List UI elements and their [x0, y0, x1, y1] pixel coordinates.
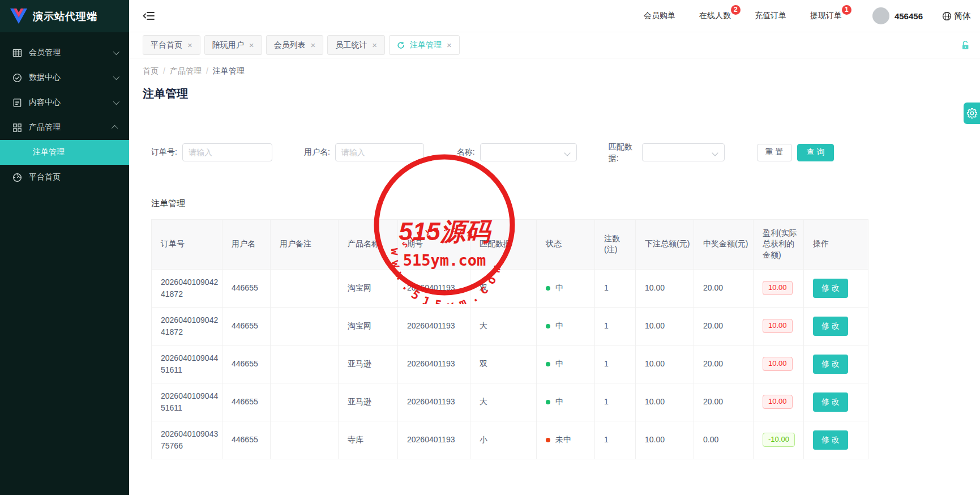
close-icon[interactable]: × — [187, 41, 192, 49]
tab-order-manage[interactable]: 注单管理× — [389, 35, 460, 55]
profit-badge: 10.00 — [763, 357, 793, 371]
cell-bet-total: 10.00 — [636, 383, 694, 421]
modify-button[interactable]: 修 改 — [813, 317, 848, 336]
cell-period: 20260401193 — [398, 307, 470, 345]
topbar-link-member-orders[interactable]: 会员购单 — [644, 11, 675, 21]
sidebar-item-data-center[interactable]: 数据中心 — [0, 65, 129, 90]
refresh-icon[interactable] — [397, 41, 405, 49]
avatar[interactable] — [872, 7, 889, 24]
sidebar-item-label: 注单管理 — [33, 147, 65, 157]
cell-win-amount: 0.00 — [694, 421, 754, 459]
status-dot-icon — [546, 438, 550, 442]
platform-dashboard-icon — [12, 173, 22, 182]
breadcrumb-item[interactable]: 产品管理 — [170, 66, 202, 75]
tab-member-list[interactable]: 会员列表× — [266, 35, 324, 55]
breadcrumb-separator: / — [206, 66, 208, 75]
cell-product: 亚马逊 — [339, 383, 398, 421]
close-icon[interactable]: × — [372, 41, 377, 49]
cell-status: 中 — [537, 269, 595, 307]
cell-win-amount: 20.00 — [694, 269, 754, 307]
cell-remark — [271, 421, 339, 459]
notification-badge: 1 — [842, 5, 851, 15]
profit-badge: 10.00 — [763, 319, 793, 333]
column-header: 下注总额(元) — [636, 219, 694, 269]
breadcrumb-separator: / — [163, 66, 165, 75]
topbar-right: 会员购单在线人数2充值订单提现订单1 456456 简体 — [644, 7, 971, 24]
tab-platform-home[interactable]: 平台首页× — [143, 35, 200, 55]
cell-order-no: 202604010904241872 — [152, 307, 222, 345]
sidebar-item-order-manage[interactable]: 注单管理 — [0, 140, 129, 165]
sidebar-item-content-center[interactable]: 内容中心 — [0, 90, 129, 115]
topbar-link-online-users[interactable]: 在线人数2 — [699, 11, 731, 21]
collapse-sidebar-icon[interactable] — [143, 10, 155, 22]
sidebar: 演示站代理端 会员管理数据中心内容中心产品管理注单管理平台首页 — [0, 0, 129, 495]
language-label: 简体 — [954, 11, 971, 22]
column-header: 注数(注) — [595, 219, 636, 269]
breadcrumb: 首页/产品管理/注单管理 — [143, 66, 980, 76]
status-text: 中 — [555, 321, 563, 330]
name-select[interactable] — [480, 143, 577, 161]
language-switch[interactable]: 简体 — [942, 11, 971, 22]
user-menu[interactable]: 456456 — [872, 7, 923, 24]
chevron-down-icon — [113, 49, 119, 55]
settings-gear-button[interactable] — [964, 103, 980, 124]
status-dot-icon — [546, 400, 550, 404]
profit-badge: -10.00 — [763, 433, 795, 447]
cell-win-amount: 20.00 — [694, 383, 754, 421]
cell-product: 淘宝网 — [339, 307, 398, 345]
modify-button[interactable]: 修 改 — [813, 355, 848, 374]
table-row: 202604010904241872446655淘宝网20260401193双中… — [152, 269, 868, 307]
tab-staff-stats[interactable]: 员工统计× — [327, 35, 385, 55]
close-icon[interactable]: × — [447, 41, 452, 49]
reset-button[interactable]: 重 置 — [757, 144, 792, 161]
column-header: 订单号 — [152, 219, 222, 269]
topbar-link-label: 充值订单 — [755, 11, 786, 20]
page-title: 注单管理 — [143, 86, 980, 101]
status-dot-icon — [546, 324, 550, 328]
order-no-input[interactable] — [182, 143, 272, 161]
close-icon[interactable]: × — [249, 41, 254, 49]
unlock-icon[interactable] — [960, 40, 971, 51]
cell-order-no: 202604010904241872 — [152, 269, 222, 307]
tab-label: 会员列表 — [274, 40, 306, 50]
username-input[interactable] — [335, 143, 424, 161]
username-label: 用户名: — [304, 147, 330, 157]
modify-button[interactable]: 修 改 — [813, 392, 848, 412]
brand-title: 演示站代理端 — [33, 10, 97, 23]
column-header: 状态 — [537, 219, 595, 269]
column-header: 期号 — [398, 219, 470, 269]
query-button[interactable]: 查 询 — [797, 144, 835, 161]
name-label: 名称: — [457, 147, 475, 157]
tab-play-users[interactable]: 陪玩用户× — [204, 35, 262, 55]
topbar: 会员购单在线人数2充值订单提现订单1 456456 简体 — [129, 0, 980, 32]
orders-table: 订单号用户名用户备注产品名称期号匹配数据状态注数(注)下注总额(元)中奖金额(元… — [151, 219, 868, 459]
sidebar-item-label: 内容中心 — [29, 97, 61, 108]
match-data-select[interactable] — [642, 143, 725, 161]
cell-match: 大 — [470, 307, 537, 345]
status-text: 中 — [555, 359, 563, 368]
breadcrumb-item[interactable]: 首页 — [143, 66, 159, 75]
cell-username: 446655 — [222, 383, 271, 421]
modify-button[interactable]: 修 改 — [813, 279, 848, 298]
order-no-label: 订单号: — [151, 147, 177, 157]
column-header: 匹配数据 — [470, 219, 537, 269]
cell-match: 双 — [470, 269, 537, 307]
chevron-down-icon — [113, 74, 119, 80]
status-text: 中 — [555, 397, 563, 406]
topbar-link-recharge-orders[interactable]: 充值订单 — [755, 11, 786, 21]
sidebar-item-members[interactable]: 会员管理 — [0, 40, 129, 65]
table-row: 202604010904375766446655寺库20260401193小未中… — [152, 421, 868, 459]
topbar-links: 会员购单在线人数2充值订单提现订单1 — [644, 11, 842, 21]
chevron-down-icon — [564, 150, 570, 156]
breadcrumb-item[interactable]: 注单管理 — [213, 66, 245, 75]
cell-period: 20260401193 — [398, 383, 470, 421]
cell-remark — [271, 269, 339, 307]
modify-button[interactable]: 修 改 — [813, 430, 848, 450]
cell-username: 446655 — [222, 269, 271, 307]
sidebar-item-label: 平台首页 — [29, 172, 61, 182]
sidebar-item-platform-home[interactable]: 平台首页 — [0, 165, 129, 190]
topbar-link-withdraw-orders[interactable]: 提现订单1 — [810, 11, 842, 21]
sidebar-item-product-manage[interactable]: 产品管理 — [0, 115, 129, 140]
cell-order-no: 202604010904451611 — [152, 345, 222, 383]
close-icon[interactable]: × — [311, 41, 316, 49]
